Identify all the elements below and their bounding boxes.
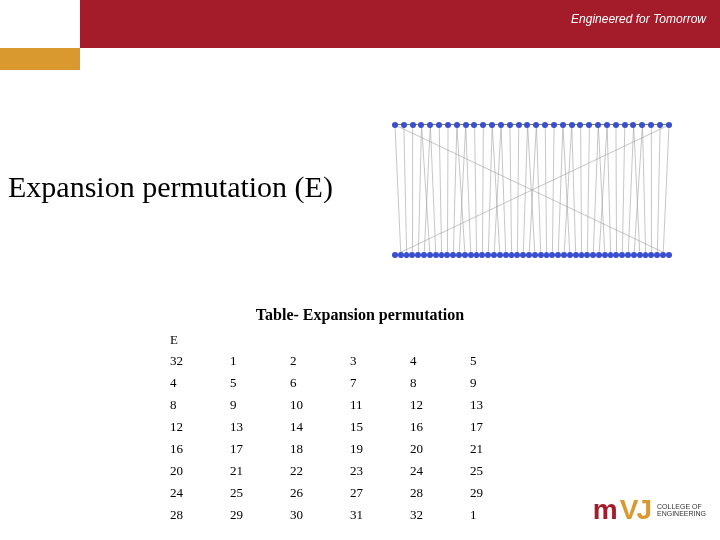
node-top [463,122,469,128]
table-cell: 18 [290,438,350,460]
svg-line-46 [663,125,669,255]
table-cell: 31 [350,504,410,526]
svg-line-39 [622,125,624,255]
svg-line-16 [488,125,492,255]
svg-line-45 [657,125,660,255]
table-cell: 5 [230,372,290,394]
table-caption: Table- Expansion permutation [0,306,720,324]
node-top [507,122,513,128]
table-cell: 10 [290,394,350,416]
node-bot [596,252,602,258]
table-cell: 4 [410,350,470,372]
svg-line-17 [494,125,501,255]
table-cell: 8 [170,394,230,416]
svg-line-32 [581,125,582,255]
node-top [586,122,592,128]
svg-line-26 [545,125,546,255]
svg-line-2 [404,125,407,255]
node-top [427,122,433,128]
svg-line-7 [430,125,435,255]
node-top [480,122,486,128]
node-bot [462,252,468,258]
table-cell: 1 [470,504,530,526]
logo-text: COLLEGE OF ENGINEERING [657,503,706,517]
expansion-table: E 32123454567898910111213121314151617161… [170,332,530,526]
table-cell: 19 [350,438,410,460]
table-cell: 22 [290,460,350,482]
svg-line-20 [510,125,512,255]
svg-line-9 [447,125,448,255]
table-cell: 17 [470,416,530,438]
svg-line-29 [564,125,572,255]
table-cell: 11 [350,394,410,416]
node-bot [538,252,544,258]
expansion-diagram [392,120,672,260]
table-cell: 23 [350,460,410,482]
node-bot [532,252,538,258]
node-top [489,122,495,128]
svg-line-34 [593,125,598,255]
svg-line-18 [492,125,500,255]
logo-vj: VJ [620,494,650,526]
svg-line-41 [634,125,642,255]
svg-line-22 [523,125,527,255]
table-row: 456789 [170,372,530,394]
node-bot [497,252,503,258]
table-cell: 26 [290,482,350,504]
table-cell: 27 [350,482,410,504]
svg-line-27 [552,125,554,255]
slide: Engineered for Tomorrow Expansion permut… [0,0,720,540]
table-cell: 1 [230,350,290,372]
node-bot [637,252,643,258]
node-bot [602,252,608,258]
node-top [613,122,619,128]
table-row: 121314151617 [170,416,530,438]
table-row: 8910111213 [170,394,530,416]
table-cell: 5 [470,350,530,372]
accent-block [0,48,80,70]
table-cell: 32 [170,350,230,372]
node-top [498,122,504,128]
svg-line-36 [598,125,605,255]
table-cell: 9 [230,394,290,416]
node-top [418,122,424,128]
svg-line-24 [528,125,535,255]
table-cell: 16 [410,416,470,438]
node-bot [561,252,567,258]
table-row: 161718192021 [170,438,530,460]
svg-line-23 [529,125,536,255]
logo: mVJ COLLEGE OF ENGINEERING [593,494,706,526]
node-bot [573,252,579,258]
header-tagline: Engineered for Tomorrow [571,12,706,26]
svg-line-19 [501,125,506,255]
node-top [639,122,645,128]
table-cell: 28 [410,482,470,504]
table-cell: 17 [230,438,290,460]
table-cell: 32 [410,504,470,526]
node-top [401,122,407,128]
node-top [445,122,451,128]
node-bot [631,252,637,258]
node-top [410,122,416,128]
node-bot [567,252,573,258]
svg-line-25 [536,125,540,255]
table-cell: 29 [230,504,290,526]
svg-line-12 [457,125,465,255]
svg-line-11 [459,125,466,255]
table-row: 28293031321 [170,504,530,526]
diagram-top-nodes [392,122,672,128]
table-cell: 25 [230,482,290,504]
table-cell: 4 [170,372,230,394]
table-row: 242526272829 [170,482,530,504]
logo-line2: ENGINEERING [657,510,706,517]
node-top [622,122,628,128]
table-cell: 15 [350,416,410,438]
svg-line-43 [642,125,645,255]
table-label: E [170,332,530,348]
table-cell: 6 [290,372,350,394]
node-top [551,122,557,128]
page-title: Expansion permutation (E) [8,170,333,204]
node-top [454,122,460,128]
logo-m: m [593,494,616,526]
node-top [560,122,566,128]
